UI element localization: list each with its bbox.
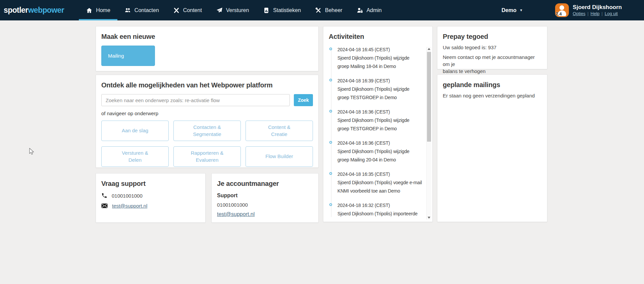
activity-description: Sjoerd Dijkshoorn (Tripolis) voegde e-ma…: [337, 179, 430, 195]
scroll-up-arrow-icon[interactable]: [428, 48, 430, 50]
link-separator: |: [601, 11, 602, 16]
planned-mailings-empty-text: Er staan nog geen verzendingen gepland: [443, 93, 542, 98]
discover-title: Ontdek alle mogelijkheden van het Webpow…: [101, 81, 313, 89]
planned-mailings-card: geplande mailings Er staan nog geen verz…: [437, 74, 547, 222]
activity-timestamp: 2024-04-18 16:35 (CEST): [337, 170, 430, 179]
link-separator: |: [587, 11, 588, 16]
activity-description: Sjoerd Dijkshoorn (Tripolis) wijzigde gr…: [337, 147, 430, 164]
nav-item-beheer[interactable]: Beheer: [308, 0, 350, 20]
activity-timestamp: 2024-04-18 16:39 (CEST): [337, 77, 430, 85]
zoek-button[interactable]: Zoek: [294, 94, 313, 106]
activity-timestamp: 2024-04-18 16:45 (CEST): [337, 46, 430, 54]
opties-link[interactable]: Opties: [573, 11, 586, 16]
logo-spotler: spotler: [4, 6, 28, 14]
scrollbar-thumb[interactable]: [427, 52, 431, 142]
scroll-down-arrow-icon[interactable]: [428, 217, 430, 219]
accountmanager-email-link[interactable]: test@support.nl: [217, 211, 255, 217]
spotler-webpower-logo[interactable]: spotlerwebpower: [4, 6, 64, 15]
prepay-title: Prepay tegoed: [443, 33, 542, 41]
chevron-down-icon: ▼: [520, 8, 523, 12]
avatar: 7.4: [555, 3, 569, 17]
nav-item-admin[interactable]: Admin: [350, 0, 389, 20]
logout-link[interactable]: Log uit: [605, 11, 618, 16]
left-column: Maak een nieuwe Mailing Ontdek alle moge…: [96, 26, 319, 223]
navbar-right: Demo ▼ 7.4 Sjoerd Dijkshoorn Opties | He…: [501, 3, 644, 17]
topic-flow-builder[interactable]: Flow Builder: [246, 146, 313, 167]
timeline-bullet-icon: [329, 172, 332, 175]
nav-item-label: Admin: [367, 7, 382, 13]
topic-contacten-segmentatie[interactable]: Contacten & Segmentatie: [173, 121, 241, 141]
topic-rapporteren-evalueren[interactable]: Rapporteren & Evalueren: [173, 146, 241, 167]
support-email-link[interactable]: test@support.nl: [112, 203, 147, 209]
support-row: Vraag support 01001001000 test@support.n…: [96, 173, 319, 223]
accountmanager-phone: 01001001000: [217, 202, 313, 208]
logo-webpower: webpower: [28, 6, 64, 14]
nav-item-home[interactable]: Home: [79, 0, 117, 20]
activities-list: 2024-04-18 16:45 (CEST) Sjoerd Dijkshoor…: [329, 46, 430, 217]
dashboard-content: Maak een nieuwe Mailing Ontdek alle moge…: [96, 26, 547, 223]
user-meta: Sjoerd Dijkshoorn Opties | Help | Log ui…: [573, 3, 622, 16]
discover-card: Ontdek alle mogelijkheden van het Webpow…: [96, 75, 319, 168]
activity-description: Sjoerd Dijkshoorn (Tripolis) wijzigde gr…: [337, 85, 430, 102]
email-icon: [101, 203, 108, 208]
accountmanager-name: Support: [217, 193, 313, 199]
support-title: Vraag support: [101, 180, 200, 188]
support-phone: 01001001000: [112, 193, 143, 199]
topic-content-creatie[interactable]: Content & Creatie: [246, 121, 313, 141]
new-mailing-button[interactable]: Mailing: [101, 46, 155, 66]
topic-search-row: Zoek: [101, 94, 313, 106]
top-navbar: spotlerwebpower Home Contacten Content V…: [0, 0, 644, 20]
create-new-title: Maak een nieuwe: [101, 33, 313, 41]
contacts-icon: [124, 7, 131, 14]
topic-buttons: Aan de slag Contacten & Segmentatie Cont…: [101, 121, 313, 167]
activity-timestamp: 2024-04-18 16:36 (CEST): [337, 139, 430, 147]
nav-item-statistieken[interactable]: Statistieken: [256, 0, 308, 20]
timeline-bullet-icon: [329, 203, 332, 206]
nav-item-label: Home: [96, 7, 110, 13]
activity-timestamp: 2024-04-18 16:32 (CEST): [337, 201, 430, 210]
tools-icon: [315, 7, 322, 14]
topic-versturen-delen[interactable]: Versturen & Delen: [101, 146, 169, 167]
nav-item-contacten[interactable]: Contacten: [117, 0, 166, 20]
prepay-card: Prepay tegoed Uw saldo tegoed is: 937 Ne…: [437, 26, 547, 69]
activity-timestamp: 2024-04-18 16:36 (CEST): [337, 108, 430, 116]
prepay-note: Neem contact op met je accountmanager om…: [443, 54, 542, 75]
nav-item-label: Contacten: [135, 7, 159, 13]
help-link[interactable]: Help: [591, 11, 600, 16]
topic-search-input[interactable]: [101, 94, 290, 106]
create-new-card: Maak een nieuwe Mailing: [96, 26, 319, 71]
nav-item-label: Content: [183, 7, 202, 13]
activity-item: 2024-04-18 16:39 (CEST) Sjoerd Dijkshoor…: [329, 77, 430, 102]
timeline-bullet-icon: [329, 48, 332, 50]
timeline-bullet-icon: [329, 79, 332, 81]
main-navigation: Home Contacten Content Versturen Statist…: [79, 0, 389, 20]
prepay-balance: Uw saldo tegoed is: 937: [443, 45, 542, 50]
accountmanager-title: Je accountmanager: [217, 180, 313, 188]
workspace-label: Demo: [501, 7, 516, 13]
user-name: Sjoerd Dijkshoorn: [573, 4, 622, 10]
nav-item-versturen[interactable]: Versturen: [209, 0, 256, 20]
activities-title: Activiteiten: [329, 33, 430, 41]
phone-icon: [101, 193, 107, 199]
avatar-version-badge: 7.4: [556, 11, 562, 16]
mouse-cursor: [28, 148, 35, 156]
nav-item-label: Beheer: [325, 7, 342, 13]
support-phone-line: 01001001000: [101, 193, 200, 199]
activity-item: 2024-04-18 16:36 (CEST) Sjoerd Dijkshoor…: [329, 139, 430, 164]
right-column: Prepay tegoed Uw saldo tegoed is: 937 Ne…: [437, 26, 547, 222]
navigate-by-topic-label: of navigeer op onderwerp: [101, 111, 313, 116]
workspace-selector[interactable]: Demo ▼: [501, 7, 523, 13]
activity-description: Sjoerd Dijkshoorn (Tripolis) wijzigde gr…: [337, 54, 430, 71]
activities-scrollbar[interactable]: [426, 47, 431, 220]
topic-aan-de-slag[interactable]: Aan de slag: [101, 121, 169, 141]
nav-item-content[interactable]: Content: [166, 0, 209, 20]
activity-item: 2024-04-18 16:35 (CEST) Sjoerd Dijkshoor…: [329, 170, 430, 195]
avatar-person-icon: [559, 5, 564, 10]
accountmanager-card: Je accountmanager Support 01001001000 te…: [211, 173, 319, 223]
planned-mailings-title: geplande mailings: [443, 81, 542, 89]
home-icon: [86, 7, 93, 14]
content-icon: [173, 7, 180, 14]
support-card: Vraag support 01001001000 test@support.n…: [96, 173, 206, 223]
nav-item-label: Versturen: [226, 7, 249, 13]
admin-user-icon: [357, 7, 363, 14]
